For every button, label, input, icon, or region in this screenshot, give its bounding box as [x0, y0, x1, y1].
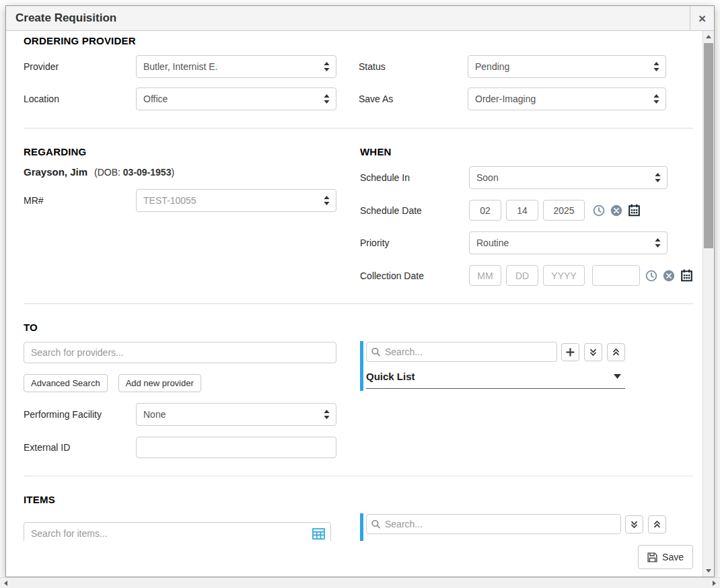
- schedule-in-select[interactable]: Soon: [469, 166, 668, 189]
- schedule-date-row: Schedule Date: [360, 200, 668, 221]
- schedule-year-input[interactable]: [543, 200, 585, 221]
- patient-summary: Grayson, Jim (DOB: 03-09-1953): [24, 166, 336, 178]
- patient-dob: (DOB: 03-09-1953): [94, 167, 174, 178]
- patient-dob-value: 03-09-1953: [123, 167, 172, 178]
- collection-clock-icon[interactable]: [645, 270, 657, 282]
- page-background: Create Requisition × ORDERING PROVIDER P…: [0, 0, 720, 588]
- select-arrows-icon: [653, 62, 659, 71]
- schedule-in-label: Schedule In: [360, 172, 469, 183]
- advanced-search-button[interactable]: Advanced Search: [24, 374, 108, 392]
- section-divider: [24, 303, 693, 304]
- section-divider: [24, 476, 693, 476]
- when-section: WHEN Schedule In Soon Schedule Date: [360, 146, 668, 286]
- collection-calendar-icon[interactable]: [680, 269, 693, 282]
- modal-body: ORDERING PROVIDER Provider Butler, Inter…: [6, 31, 703, 577]
- scrollbar-thumb[interactable]: [704, 43, 713, 248]
- location-select-value: Office: [143, 94, 168, 104]
- double-chevron-down-icon: [589, 348, 598, 357]
- provider-select-value: Butler, Internist E.: [143, 61, 218, 72]
- schedule-month-input[interactable]: [469, 200, 501, 221]
- status-select[interactable]: Pending: [468, 55, 666, 78]
- save-as-select-value: Order-Imaging: [475, 94, 536, 104]
- mr-select-value: TEST-10055: [143, 195, 196, 206]
- scroll-down-button[interactable]: [703, 565, 714, 577]
- location-label: Location: [24, 94, 136, 104]
- provider-search-input[interactable]: [24, 342, 336, 363]
- select-arrows-icon: [653, 94, 659, 104]
- save-button[interactable]: Save: [638, 545, 693, 569]
- caret-down-icon: [614, 374, 621, 379]
- save-icon: [647, 552, 657, 562]
- close-icon: ×: [698, 12, 706, 25]
- collection-time-input[interactable]: [592, 265, 640, 286]
- save-as-select[interactable]: Order-Imaging: [468, 87, 666, 110]
- horizontal-scrollbar[interactable]: [0, 577, 720, 588]
- items-collapse-all-button[interactable]: [648, 515, 666, 534]
- performing-facility-row: Performing Facility None: [24, 403, 336, 426]
- item-grid-icon[interactable]: [312, 528, 325, 540]
- search-icon: [371, 520, 380, 529]
- search-icon: [371, 348, 380, 357]
- save-as-label: Save As: [359, 94, 468, 104]
- external-id-label: External ID: [24, 442, 136, 453]
- triangle-right-icon: [713, 581, 716, 586]
- status-label: Status: [359, 61, 468, 72]
- ordering-provider-row-2: Location Office Save As Order-Imaging: [24, 87, 693, 110]
- scroll-up-button[interactable]: [703, 31, 714, 42]
- scroll-left-button[interactable]: [0, 578, 11, 588]
- accent-bar: [360, 513, 363, 544]
- priority-row: Priority Routine: [360, 231, 668, 254]
- vertical-scrollbar[interactable]: [703, 31, 714, 577]
- schedule-clock-icon[interactable]: [593, 205, 605, 217]
- select-arrows-icon: [324, 62, 330, 71]
- patient-name: Grayson, Jim: [24, 166, 87, 178]
- expand-all-button[interactable]: [584, 343, 602, 361]
- close-button[interactable]: ×: [690, 6, 714, 30]
- add-new-provider-button[interactable]: Add new provider: [118, 374, 201, 392]
- quick-list-header[interactable]: Quick List: [366, 371, 625, 389]
- select-arrows-icon: [324, 410, 330, 419]
- to-quick-panel: Quick List: [360, 342, 668, 458]
- ordering-provider-heading: ORDERING PROVIDER: [24, 35, 693, 47]
- regarding-section: REGARDING Grayson, Jim (DOB: 03-09-1953)…: [24, 146, 336, 286]
- mr-row: MR# TEST-10055: [24, 189, 336, 212]
- triangle-left-icon: [4, 581, 7, 586]
- collection-date-label: Collection Date: [360, 270, 469, 281]
- performing-facility-label: Performing Facility: [24, 409, 136, 420]
- triangle-down-icon: [706, 569, 711, 573]
- to-quick-search-input[interactable]: [366, 342, 557, 362]
- items-expand-all-button[interactable]: [625, 515, 643, 534]
- location-select[interactable]: Office: [136, 87, 336, 110]
- save-button-label: Save: [662, 552, 684, 562]
- add-quick-list-button[interactable]: [561, 343, 579, 361]
- priority-label: Priority: [360, 237, 469, 248]
- provider-select[interactable]: Butler, Internist E.: [136, 55, 336, 78]
- scroll-right-button[interactable]: [709, 578, 720, 588]
- performing-facility-select[interactable]: None: [136, 403, 336, 426]
- collection-date-row: Collection Date: [360, 265, 668, 286]
- schedule-clear-icon[interactable]: [610, 205, 622, 217]
- collapse-all-button[interactable]: [607, 343, 625, 361]
- schedule-day-input[interactable]: [506, 200, 538, 221]
- mr-label: MR#: [24, 195, 136, 206]
- collection-clear-icon[interactable]: [663, 270, 675, 282]
- schedule-in-select-value: Soon: [476, 172, 499, 183]
- collection-year-input[interactable]: [543, 265, 585, 286]
- modal-footer: Save: [6, 541, 703, 577]
- status-select-value: Pending: [475, 61, 509, 72]
- to-left-column: Advanced Search Add new provider Perform…: [24, 342, 336, 458]
- schedule-calendar-icon[interactable]: [628, 204, 641, 217]
- items-quick-search-input[interactable]: [366, 514, 621, 534]
- plus-icon: [566, 348, 575, 357]
- schedule-date-label: Schedule Date: [360, 205, 469, 216]
- external-id-input[interactable]: [136, 437, 336, 458]
- provider-label: Provider: [24, 61, 136, 72]
- double-chevron-up-icon: [612, 348, 620, 357]
- mr-select[interactable]: TEST-10055: [136, 189, 336, 212]
- when-heading: WHEN: [360, 146, 668, 158]
- select-arrows-icon: [324, 196, 330, 205]
- priority-select[interactable]: Routine: [469, 231, 668, 254]
- collection-day-input[interactable]: [506, 265, 538, 286]
- collection-month-input[interactable]: [469, 265, 501, 286]
- performing-facility-select-value: None: [143, 409, 166, 420]
